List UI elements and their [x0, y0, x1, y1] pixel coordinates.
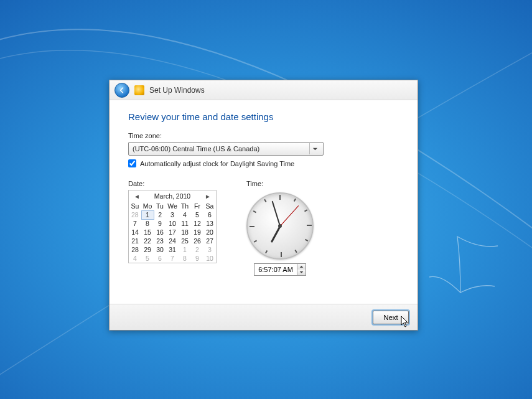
calendar-day[interactable]: 12 — [191, 219, 203, 228]
calendar-day[interactable]: 21 — [129, 237, 141, 245]
calendar-day[interactable]: 8 — [141, 219, 154, 228]
setup-window: Set Up Windows Review your time and date… — [109, 80, 418, 331]
calendar-day[interactable]: 5 — [191, 210, 203, 219]
next-label: Next — [383, 314, 398, 321]
spinner-up-button[interactable] — [297, 264, 306, 270]
app-icon — [134, 85, 144, 95]
calendar-day[interactable]: 17 — [166, 228, 179, 237]
calendar-dow: Fr — [191, 202, 203, 210]
calendar-day[interactable]: 28 — [129, 245, 141, 254]
calendar-day[interactable]: 18 — [179, 228, 191, 237]
time-value[interactable]: 6:57:07 AM — [254, 264, 297, 275]
calendar-day[interactable]: 6 — [203, 210, 216, 219]
calendar-day[interactable]: 31 — [166, 245, 179, 254]
calendar-day[interactable]: 10 — [166, 219, 179, 228]
calendar-day[interactable]: 16 — [154, 228, 166, 237]
calendar[interactable]: ◄ March, 2010 ► SuMoTuWeThFrSa 281234567… — [128, 190, 217, 263]
timezone-select[interactable]: (UTC-06:00) Central Time (US & Canada) — [128, 142, 324, 156]
calendar-day[interactable]: 11 — [179, 219, 191, 228]
back-button[interactable] — [114, 83, 129, 98]
page-heading: Review your time and date settings — [128, 111, 399, 122]
calendar-dow: Tu — [154, 202, 166, 210]
calendar-day[interactable]: 6 — [154, 254, 166, 263]
time-input[interactable]: 6:57:07 AM — [254, 263, 306, 276]
calendar-dow: We — [166, 202, 179, 210]
calendar-day[interactable]: 4 — [129, 254, 141, 263]
calendar-prev-button[interactable]: ◄ — [133, 193, 141, 200]
calendar-day[interactable]: 30 — [154, 245, 166, 254]
calendar-day[interactable]: 7 — [129, 219, 141, 228]
arrow-left-icon — [118, 87, 126, 94]
content-area: Review your time and date settings Time … — [110, 100, 418, 284]
calendar-day[interactable]: 3 — [203, 245, 216, 254]
calendar-day[interactable]: 1 — [141, 210, 154, 219]
calendar-day[interactable]: 7 — [166, 254, 179, 263]
calendar-day[interactable]: 2 — [154, 210, 166, 219]
calendar-day[interactable]: 20 — [203, 228, 216, 237]
footer: Next — [110, 304, 418, 330]
calendar-day[interactable]: 10 — [203, 254, 216, 263]
calendar-next-button[interactable]: ► — [203, 193, 212, 200]
calendar-grid: SuMoTuWeThFrSa 2812345678910111213141516… — [129, 202, 216, 263]
date-label: Date: — [128, 180, 217, 187]
calendar-day[interactable]: 23 — [154, 237, 166, 245]
calendar-dow: Sa — [203, 202, 216, 210]
calendar-day[interactable]: 9 — [154, 219, 166, 228]
calendar-day[interactable]: 22 — [141, 237, 154, 245]
calendar-day[interactable]: 19 — [191, 228, 203, 237]
calendar-day[interactable]: 2 — [191, 245, 203, 254]
dst-row[interactable]: Automatically adjust clock for Daylight … — [128, 159, 399, 167]
analog-clock — [246, 192, 314, 260]
timezone-value: (UTC-06:00) Central Time (US & Canada) — [133, 145, 259, 153]
chevron-down-icon — [309, 143, 320, 154]
next-button[interactable]: Next — [373, 311, 409, 324]
calendar-day[interactable]: 14 — [129, 228, 141, 237]
calendar-day[interactable]: 28 — [129, 210, 141, 219]
window-title: Set Up Windows — [149, 86, 205, 95]
calendar-day[interactable]: 1 — [179, 245, 191, 254]
time-spinner[interactable] — [297, 264, 306, 275]
calendar-day[interactable]: 9 — [191, 254, 203, 263]
calendar-day[interactable]: 25 — [179, 237, 191, 245]
dst-label: Automatically adjust clock for Daylight … — [140, 160, 294, 167]
timezone-label: Time zone: — [128, 132, 399, 139]
calendar-day[interactable]: 26 — [191, 237, 203, 245]
calendar-day[interactable]: 27 — [203, 237, 216, 245]
calendar-day[interactable]: 29 — [141, 245, 154, 254]
calendar-title: March, 2010 — [154, 192, 190, 200]
calendar-day[interactable]: 8 — [179, 254, 191, 263]
calendar-dow: Su — [129, 202, 141, 210]
calendar-day[interactable]: 4 — [179, 210, 191, 219]
calendar-dow: Mo — [141, 202, 154, 210]
titlebar: Set Up Windows — [110, 80, 418, 100]
calendar-day[interactable]: 5 — [141, 254, 154, 263]
time-label: Time: — [246, 180, 314, 187]
desktop-background: Set Up Windows Review your time and date… — [0, 0, 532, 399]
calendar-day[interactable]: 13 — [203, 219, 216, 228]
calendar-dow: Th — [179, 202, 191, 210]
spinner-down-button[interactable] — [297, 270, 306, 275]
calendar-day[interactable]: 24 — [166, 237, 179, 245]
calendar-day[interactable]: 3 — [166, 210, 179, 219]
calendar-day[interactable]: 15 — [141, 228, 154, 237]
dst-checkbox[interactable] — [128, 159, 136, 167]
